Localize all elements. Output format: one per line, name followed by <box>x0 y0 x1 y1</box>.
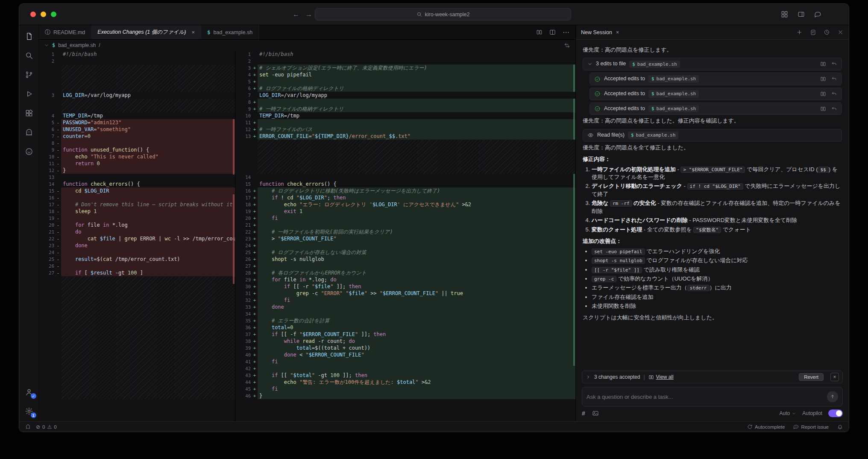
layout-grid-icon[interactable] <box>781 11 788 18</box>
search-sidebar-icon[interactable] <box>24 50 34 61</box>
minimize-window-button[interactable] <box>41 12 46 17</box>
diff-line[interactable]: 25+ # ログファイルが存在しない場合の対策 <box>235 249 575 256</box>
breadcrumb[interactable]: $ bad_example.sh / <box>39 40 575 51</box>
overview-ruler-left[interactable] <box>232 51 235 421</box>
close-panel-icon[interactable] <box>837 29 844 35</box>
diff-line[interactable]: 26- <box>39 263 235 269</box>
nav-back-icon[interactable]: ← <box>293 11 299 18</box>
diff-line[interactable]: 19- <box>39 215 235 222</box>
diff-line[interactable]: 17+ if ! cd "$LOG_DIR"; then <box>235 194 575 201</box>
diff-line[interactable]: 9+# 一時ファイルの格納ディレクトリ <box>235 105 575 112</box>
dismiss-changes-icon[interactable]: × <box>830 373 839 381</box>
chevron-right-icon[interactable] <box>586 374 591 380</box>
overview-ruler-right[interactable] <box>572 51 575 421</box>
more-actions-icon[interactable]: ⋯ <box>563 28 569 36</box>
diff-line[interactable]: 34+ <box>235 310 575 317</box>
diff-line[interactable]: 20+ fi <box>235 215 575 222</box>
run-debug-icon[interactable] <box>24 89 34 99</box>
diff-line[interactable]: 16- <box>39 194 235 201</box>
diff-line[interactable]: 1#!/bin/bash <box>39 51 235 58</box>
diff-line[interactable]: 15function check_errors() { <box>235 181 575 187</box>
edits-group-header[interactable]: 3 edits to file $bad_example.sh <box>583 58 842 70</box>
diff-line[interactable]: 38+ while read -r count; do <box>235 338 575 345</box>
kiro-ghost-icon[interactable] <box>24 127 34 137</box>
diff-line[interactable]: 44+ echo "警告: エラー数が100件を超えました: $total" >… <box>235 379 575 386</box>
diff-line[interactable]: 37+ if [[ -f "$ERROR_COUNT_FILE" ]]; the… <box>235 331 575 338</box>
diff-line[interactable]: 7LOG_DIR=/var/log/myapp <box>235 92 575 99</box>
file-chip[interactable]: $bad_example.sh <box>648 105 699 113</box>
diff-line[interactable]: 4+set -euo pipefail <box>235 71 575 78</box>
diff-line[interactable]: 26+ shopt -s nullglob <box>235 256 575 263</box>
diff-line[interactable]: 13 <box>39 174 235 181</box>
diff-line[interactable]: 40+ done < "$ERROR_COUNT_FILE" <box>235 351 575 358</box>
diff-line[interactable]: 28+ # 各ログファイルからERRORをカウント <box>235 269 575 276</box>
diff-line[interactable]: 39+ total=$((total + count)) <box>235 345 575 351</box>
autocomplete-status[interactable]: Autocomplete <box>747 424 785 430</box>
diff-line[interactable]: 14function check_errors() { <box>39 181 235 187</box>
autopilot-toggle[interactable] <box>828 409 843 417</box>
attach-image-icon[interactable] <box>592 410 599 417</box>
chat-session-tab[interactable]: New Session × <box>581 29 619 35</box>
open-diff-icon[interactable] <box>820 91 826 97</box>
diff-line[interactable]: 10- echo "This is never called" <box>39 153 235 160</box>
tab-execution-changes[interactable]: Execution Changes (1 個のファイル) × <box>91 25 201 39</box>
undo-icon[interactable] <box>831 61 837 67</box>
history-icon[interactable] <box>824 29 830 35</box>
diff-line[interactable]: 11+ <box>235 119 575 126</box>
diff-line[interactable]: 31+ grep -c "ERROR" "$file" >> "$ERROR_C… <box>235 290 575 297</box>
diff-line[interactable]: 12-} <box>39 167 235 174</box>
diff-line[interactable]: 19+ exit 1 <box>235 208 575 215</box>
read-files-row[interactable]: Read file(s) $bad_example.sh <box>583 129 842 142</box>
chat-input[interactable] <box>586 394 823 400</box>
new-session-icon[interactable] <box>796 29 803 35</box>
close-tab-icon[interactable]: × <box>191 29 195 35</box>
inline-view-icon[interactable] <box>536 29 542 35</box>
split-editor-icon[interactable] <box>549 29 556 35</box>
undo-icon[interactable] <box>831 91 837 97</box>
diff-line[interactable]: 2 <box>39 58 235 64</box>
diff-line[interactable]: 5+ <box>235 78 575 85</box>
file-chip[interactable]: $bad_example.sh <box>648 75 699 83</box>
diff-line[interactable]: 46+} <box>235 392 575 399</box>
diff-line[interactable]: 33+ done <box>235 304 575 310</box>
diff-line[interactable]: 45+ fi <box>235 386 575 392</box>
diff-line[interactable]: 30+ if [[ -r "$file" ]]; then <box>235 283 575 290</box>
tab-readme[interactable]: ⓘ README.md <box>39 25 91 39</box>
diff-line[interactable]: 11- return 0 <box>39 160 235 167</box>
undo-icon[interactable] <box>831 106 837 112</box>
diff-line[interactable]: 23+ > "$ERROR_COUNT_FILE" <box>235 235 575 242</box>
extensions-icon[interactable] <box>24 108 34 118</box>
diff-line[interactable]: 3LOG_DIR=/var/log/myapp <box>39 92 235 99</box>
diff-line[interactable]: 32+ fi <box>235 297 575 304</box>
agent-hub-icon[interactable] <box>24 146 34 157</box>
report-issue-button[interactable]: Report issue <box>793 424 829 430</box>
diff-line[interactable]: 5-PASSWORD="admin123" <box>39 119 235 126</box>
notifications-bell-icon[interactable] <box>837 424 843 430</box>
diff-line[interactable]: 6-UNUSED_VAR="something" <box>39 126 235 133</box>
diff-line[interactable]: 22- cat $file | grep ERROR | wc -l >> /t… <box>39 235 235 242</box>
mode-dropdown[interactable]: Auto <box>780 410 797 416</box>
diff-line[interactable]: 24- <box>39 249 235 256</box>
revert-button[interactable]: Revert <box>799 373 824 381</box>
settings-gear-icon[interactable]: 1 <box>24 406 34 416</box>
nav-forward-icon[interactable]: → <box>305 11 312 18</box>
diff-line[interactable]: 15- cd $LOG_DIR <box>39 187 235 194</box>
swap-diff-sides-icon[interactable] <box>564 42 570 49</box>
tab-bad-example[interactable]: $ bad_example.sh <box>201 25 259 39</box>
diff-line[interactable]: 18- sleep 1 <box>39 208 235 215</box>
send-button[interactable] <box>827 391 838 402</box>
explorer-icon[interactable] <box>24 31 34 41</box>
close-window-button[interactable] <box>30 12 36 17</box>
diff-line[interactable]: 27+ <box>235 263 575 269</box>
diff-line[interactable]: 4TEMP_DIR=/tmp <box>39 112 235 119</box>
problems-indicator[interactable]: ⊘ 0 ⚠ 0 <box>36 424 57 430</box>
diff-line[interactable]: 35+ # エラー数の合計を計算 <box>235 317 575 324</box>
diff-line[interactable]: 9-function unused_function() { <box>39 146 235 153</box>
diff-line[interactable]: 16+ # ログディレクトリに移動(失敗時はエラーメッセージを出力して終了) <box>235 187 575 194</box>
diff-line[interactable]: 12+# 一時ファイルのパス <box>235 126 575 133</box>
context-hash-button[interactable]: # <box>582 410 585 417</box>
open-diff-icon[interactable] <box>820 106 826 112</box>
task-list-icon[interactable] <box>810 29 816 35</box>
diff-line[interactable]: 42+ <box>235 365 575 372</box>
close-session-icon[interactable]: × <box>616 29 619 35</box>
